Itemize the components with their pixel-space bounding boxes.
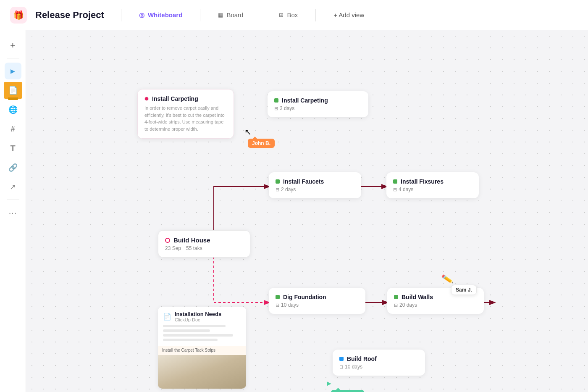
add-button[interactable]: + bbox=[5, 37, 21, 54]
nav-whiteboard[interactable]: ◎ Whiteboard bbox=[133, 8, 189, 22]
header-divider bbox=[121, 9, 121, 21]
left-toolbar: + ▶ 📄 🌐 # T 🔗 ↗ ··· bbox=[0, 30, 26, 392]
card-title: Dig Foundation bbox=[276, 294, 359, 300]
duration-icon: ⊟ bbox=[393, 187, 397, 192]
status-indicator bbox=[276, 295, 280, 299]
arrow-rotate-button[interactable]: ↗ bbox=[5, 179, 21, 195]
card-build-roof[interactable]: Build Roof ⊟ 10 days bbox=[333, 350, 425, 376]
play-button[interactable]: ▶ bbox=[5, 63, 21, 79]
card-install-fixsures[interactable]: Install Fixsures ⊟ 4 days bbox=[386, 172, 479, 198]
card-meta: ⊟ 20 days bbox=[394, 302, 477, 308]
andrew-cursor: ▶ bbox=[327, 380, 331, 387]
doc-image-label: Install the Carpet Tack Strips bbox=[158, 346, 246, 355]
card-meta: ⊟ 2 days bbox=[276, 187, 354, 192]
nav-box[interactable]: ⊞ Box bbox=[273, 8, 304, 22]
card-meta: ⊟ 10 days bbox=[339, 364, 418, 370]
text-button[interactable]: T bbox=[5, 140, 21, 157]
doc-header: 📄 Installation Needs ClickUp Doc bbox=[158, 307, 246, 325]
arrow-rotate-icon: ↗ bbox=[10, 182, 16, 192]
status-indicator bbox=[165, 238, 170, 243]
card-install-carpeting-expanded[interactable]: Install Carpeting In order to remove car… bbox=[137, 89, 234, 139]
cursor-pointer: ↖ bbox=[244, 127, 252, 137]
user-tooltip-andrew: Andrew K. bbox=[331, 390, 364, 392]
play-icon: ▶ bbox=[10, 68, 15, 74]
status-indicator bbox=[339, 357, 344, 361]
card-installation-doc[interactable]: 📄 Installation Needs ClickUp Doc Install… bbox=[158, 307, 246, 389]
main-area: + ▶ 📄 🌐 # T 🔗 ↗ ··· bbox=[0, 30, 588, 392]
status-indicator bbox=[274, 98, 278, 103]
nav-divider-1 bbox=[200, 9, 200, 21]
doc-image-thumb bbox=[158, 355, 246, 389]
user-tooltip-sam: Sam J. bbox=[451, 285, 477, 295]
duration-icon: ⊟ bbox=[276, 187, 279, 192]
nav-board[interactable]: ▦ Board bbox=[212, 8, 249, 22]
card-meta: ⊟ 4 days bbox=[393, 187, 472, 192]
board-icon: ▦ bbox=[218, 12, 223, 18]
app-logo: 🎁 bbox=[10, 7, 27, 24]
whiteboard-icon: ◎ bbox=[139, 11, 144, 19]
doc-subtitle: ClickUp Doc bbox=[175, 317, 221, 322]
card-build-house[interactable]: Build House 23 Sep 55 taks bbox=[158, 230, 250, 258]
sticky-icon: 📄 bbox=[8, 86, 18, 95]
duration-icon: ⊟ bbox=[394, 303, 398, 308]
plus-icon: + bbox=[10, 40, 16, 51]
duration-icon: ⊟ bbox=[339, 364, 343, 370]
globe-button[interactable]: 🌐 bbox=[5, 101, 21, 118]
card-title: Install Faucets bbox=[276, 178, 354, 185]
nav-divider-3 bbox=[315, 9, 316, 21]
doc-line bbox=[163, 329, 210, 332]
card-meta: 23 Sep 55 taks bbox=[165, 245, 243, 251]
doc-lines bbox=[158, 325, 246, 346]
status-indicator bbox=[394, 295, 398, 299]
doc-line bbox=[163, 334, 233, 337]
duration-icon: ⊟ bbox=[276, 303, 279, 308]
project-title: Release Project bbox=[35, 10, 104, 21]
duration-icon: ⊟ bbox=[274, 106, 278, 111]
card-meta: ⊟ 3 days bbox=[274, 105, 362, 111]
doc-title: Installation Needs bbox=[175, 311, 221, 317]
user-tooltip-john: John B. bbox=[248, 139, 275, 148]
card-title: Install Fixsures bbox=[393, 178, 472, 185]
toolbar-sep-2 bbox=[7, 200, 19, 200]
card-title: Install Carpeting bbox=[274, 97, 362, 104]
card-dig-foundation[interactable]: Dig Foundation ⊟ 10 days bbox=[269, 288, 365, 314]
card-title: Build Roof bbox=[339, 355, 418, 362]
header: 🎁 Release Project ◎ Whiteboard ▦ Board ⊞… bbox=[0, 0, 588, 30]
card-install-faucets[interactable]: Install Faucets ⊟ 2 days bbox=[269, 172, 361, 198]
nav-divider-2 bbox=[261, 9, 261, 21]
doc-line bbox=[163, 339, 218, 341]
card-install-carpeting-days[interactable]: Install Carpeting ⊟ 3 days bbox=[268, 91, 368, 117]
connections-layer bbox=[26, 30, 588, 392]
hash-icon: # bbox=[10, 125, 15, 134]
clip-button[interactable]: 🔗 bbox=[5, 159, 21, 176]
card-description: In order to remove carpet easily and eff… bbox=[144, 105, 227, 132]
more-button[interactable]: ··· bbox=[5, 204, 21, 221]
card-meta: ⊟ 10 days bbox=[276, 302, 359, 308]
globe-icon: 🌐 bbox=[8, 105, 18, 114]
add-view-button[interactable]: + Add view bbox=[328, 8, 370, 22]
pencil-cursor: ✏️ bbox=[441, 273, 454, 286]
status-indicator bbox=[393, 179, 397, 184]
more-icon: ··· bbox=[9, 208, 17, 218]
doc-line bbox=[163, 325, 226, 327]
status-indicator bbox=[276, 179, 280, 184]
clip-icon: 🔗 bbox=[8, 163, 18, 172]
card-title: Build House bbox=[165, 237, 243, 244]
doc-icon: 📄 bbox=[163, 313, 171, 321]
text-icon: T bbox=[10, 144, 15, 153]
card-title: Install Carpeting bbox=[144, 95, 227, 102]
doc-image-content bbox=[158, 355, 246, 389]
hash-button[interactable]: # bbox=[5, 121, 21, 137]
box-icon: ⊞ bbox=[279, 12, 284, 18]
whiteboard-canvas[interactable]: Install Carpeting In order to remove car… bbox=[26, 30, 588, 392]
toolbar-sep-1 bbox=[7, 58, 19, 58]
sticky-note-button[interactable]: 📄 bbox=[4, 82, 22, 99]
